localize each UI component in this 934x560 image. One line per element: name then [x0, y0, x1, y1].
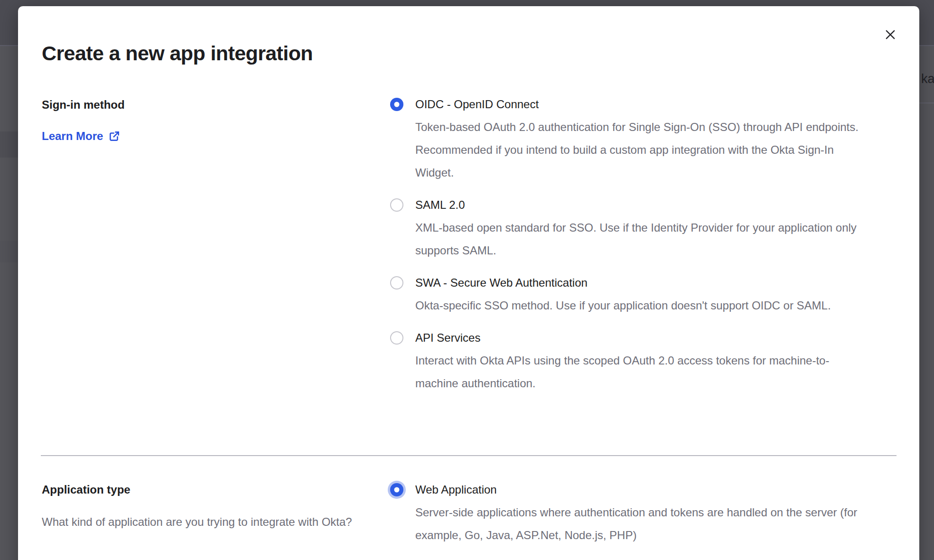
option-label: SAML 2.0	[415, 194, 869, 216]
radio-option-api-services[interactable]: API Services Interact with Okta APIs usi…	[390, 327, 869, 395]
application-type-label: Application type	[42, 478, 131, 501]
option-label: SWA - Secure Web Authentication	[415, 271, 869, 294]
option-description: Okta-specific SSO method. Use if your ap…	[415, 294, 869, 317]
background-sidebar-band	[0, 241, 18, 262]
background-divider	[919, 103, 934, 103]
learn-more-link[interactable]: Learn More	[42, 125, 121, 148]
learn-more-label: Learn More	[42, 125, 103, 148]
external-link-icon	[108, 130, 121, 142]
radio-option-swa[interactable]: SWA - Secure Web Authentication Okta-spe…	[390, 271, 869, 317]
sign-in-method-radio-group: OIDC - OpenID Connect Token-based OAuth …	[390, 93, 869, 404]
radio-unselected[interactable]	[390, 198, 403, 212]
radio-unselected[interactable]	[390, 331, 403, 345]
application-type-radio-group: Web Application Server-side applications…	[390, 478, 869, 556]
option-label: Web Application	[415, 478, 869, 501]
radio-option-saml[interactable]: SAML 2.0 XML-based open standard for SSO…	[390, 194, 869, 262]
section-divider	[41, 455, 897, 456]
background-sidebar-band	[0, 131, 18, 158]
radio-option-oidc[interactable]: OIDC - OpenID Connect Token-based OAuth …	[390, 93, 869, 184]
option-label: OIDC - OpenID Connect	[415, 93, 869, 116]
application-type-question: What kind of application are you trying …	[42, 511, 355, 533]
close-button[interactable]	[880, 24, 901, 45]
sign-in-method-label: Sign-in method	[42, 93, 125, 116]
option-description: XML-based open standard for SSO. Use if …	[415, 216, 869, 262]
radio-selected[interactable]	[390, 483, 403, 496]
radio-selected[interactable]	[390, 98, 403, 111]
option-label: API Services	[415, 327, 869, 349]
option-description: Interact with Okta APIs using the scoped…	[415, 349, 869, 395]
radio-unselected[interactable]	[390, 276, 403, 289]
create-app-integration-dialog: Create a new app integration Sign-in met…	[18, 6, 919, 560]
background-partial-text: ka	[921, 71, 934, 86]
option-description: Token-based OAuth 2.0 authentication for…	[415, 116, 869, 184]
dialog-title: Create a new app integration	[42, 42, 313, 65]
option-description: Server-side applications where authentic…	[415, 501, 869, 547]
close-icon	[884, 28, 897, 41]
radio-option-web-application[interactable]: Web Application Server-side applications…	[390, 478, 869, 547]
